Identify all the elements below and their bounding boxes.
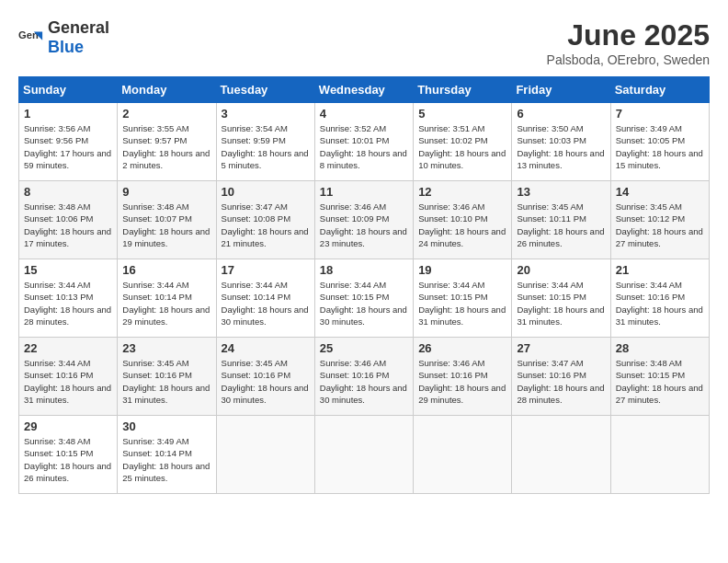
calendar-cell: 18Sunrise: 3:44 AMSunset: 10:15 PMDaylig… (314, 259, 413, 338)
day-number: 24 (222, 341, 310, 355)
title-area: June 2025 Palsboda, OErebro, Sweden (547, 18, 710, 67)
day-number: 26 (418, 341, 506, 355)
day-info: Sunrise: 3:47 AMSunset: 10:08 PMDaylight… (222, 201, 310, 249)
day-number: 12 (418, 185, 506, 199)
calendar-cell: 14Sunrise: 3:45 AMSunset: 10:12 PMDaylig… (610, 181, 709, 259)
header-monday: Monday (118, 77, 216, 103)
day-info: Sunrise: 3:46 AMSunset: 10:10 PMDaylight… (418, 201, 506, 249)
day-number: 13 (517, 185, 605, 199)
calendar-week-5: 29Sunrise: 3:48 AMSunset: 10:15 PMDaylig… (19, 416, 710, 494)
day-info: Sunrise: 3:48 AMSunset: 10:06 PMDaylight… (24, 201, 112, 249)
day-info: Sunrise: 3:48 AMSunset: 10:07 PMDaylight… (122, 201, 210, 249)
day-number: 28 (616, 341, 704, 355)
calendar-body: 1Sunrise: 3:56 AMSunset: 9:56 PMDaylight… (19, 103, 710, 494)
day-number: 4 (320, 107, 408, 121)
calendar-cell: 22Sunrise: 3:44 AMSunset: 10:16 PMDaylig… (19, 338, 118, 416)
day-number: 23 (122, 341, 210, 355)
calendar-cell (512, 416, 610, 494)
day-number: 8 (24, 185, 112, 199)
day-info: Sunrise: 3:56 AMSunset: 9:56 PMDaylight:… (24, 122, 112, 171)
calendar-cell: 28Sunrise: 3:48 AMSunset: 10:15 PMDaylig… (610, 338, 709, 416)
calendar-cell: 19Sunrise: 3:44 AMSunset: 10:15 PMDaylig… (414, 259, 512, 338)
calendar-cell: 3Sunrise: 3:54 AMSunset: 9:59 PMDaylight… (216, 103, 314, 181)
header-wednesday: Wednesday (314, 77, 413, 103)
day-number: 15 (24, 263, 112, 277)
calendar-cell: 2Sunrise: 3:55 AMSunset: 9:57 PMDaylight… (118, 103, 216, 181)
day-info: Sunrise: 3:55 AMSunset: 9:57 PMDaylight:… (122, 122, 210, 171)
calendar-cell: 8Sunrise: 3:48 AMSunset: 10:06 PMDayligh… (19, 181, 118, 259)
calendar-cell: 11Sunrise: 3:46 AMSunset: 10:09 PMDaylig… (314, 181, 413, 259)
day-info: Sunrise: 3:52 AMSunset: 10:01 PMDaylight… (320, 122, 408, 171)
day-info: Sunrise: 3:44 AMSunset: 10:15 PMDaylight… (320, 279, 408, 327)
calendar-cell: 17Sunrise: 3:44 AMSunset: 10:14 PMDaylig… (216, 259, 314, 338)
day-number: 7 (616, 107, 704, 121)
day-number: 27 (517, 341, 605, 355)
calendar-table: Sunday Monday Tuesday Wednesday Thursday… (18, 76, 710, 494)
day-number: 11 (320, 185, 408, 199)
header-friday: Friday (512, 77, 610, 103)
header: Gen General Blue June 2025 Palsboda, OEr… (18, 18, 710, 67)
logo: Gen General Blue (18, 18, 109, 57)
day-info: Sunrise: 3:44 AMSunset: 10:16 PMDaylight… (24, 357, 112, 406)
calendar-cell: 5Sunrise: 3:51 AMSunset: 10:02 PMDayligh… (414, 103, 512, 181)
calendar-week-2: 8Sunrise: 3:48 AMSunset: 10:06 PMDayligh… (19, 181, 710, 259)
day-info: Sunrise: 3:45 AMSunset: 10:11 PMDaylight… (517, 201, 605, 249)
calendar-cell: 10Sunrise: 3:47 AMSunset: 10:08 PMDaylig… (216, 181, 314, 259)
day-info: Sunrise: 3:48 AMSunset: 10:15 PMDaylight… (24, 435, 112, 484)
day-number: 6 (517, 107, 605, 121)
header-thursday: Thursday (414, 77, 512, 103)
calendar-cell: 9Sunrise: 3:48 AMSunset: 10:07 PMDayligh… (118, 181, 216, 259)
day-info: Sunrise: 3:46 AMSunset: 10:16 PMDaylight… (320, 357, 408, 406)
calendar-cell: 15Sunrise: 3:44 AMSunset: 10:13 PMDaylig… (19, 259, 118, 338)
day-info: Sunrise: 3:51 AMSunset: 10:02 PMDaylight… (418, 122, 506, 171)
calendar-title: June 2025 (547, 18, 710, 52)
day-number: 3 (222, 107, 310, 121)
day-number: 16 (122, 263, 210, 277)
calendar-subtitle: Palsboda, OErebro, Sweden (547, 52, 710, 67)
calendar-cell: 7Sunrise: 3:49 AMSunset: 10:05 PMDayligh… (610, 103, 709, 181)
logo-general: General (48, 18, 109, 37)
day-number: 25 (320, 341, 408, 355)
day-number: 18 (320, 263, 408, 277)
calendar-cell: 23Sunrise: 3:45 AMSunset: 10:16 PMDaylig… (118, 338, 216, 416)
day-info: Sunrise: 3:49 AMSunset: 10:05 PMDaylight… (616, 122, 704, 171)
calendar-cell (216, 416, 314, 494)
day-info: Sunrise: 3:45 AMSunset: 10:16 PMDaylight… (122, 357, 210, 406)
day-info: Sunrise: 3:44 AMSunset: 10:15 PMDaylight… (418, 279, 506, 327)
calendar-cell: 4Sunrise: 3:52 AMSunset: 10:01 PMDayligh… (314, 103, 413, 181)
day-info: Sunrise: 3:50 AMSunset: 10:03 PMDaylight… (517, 122, 605, 171)
day-info: Sunrise: 3:44 AMSunset: 10:16 PMDaylight… (616, 279, 704, 327)
logo-icon: Gen (18, 25, 44, 51)
calendar-cell: 20Sunrise: 3:44 AMSunset: 10:15 PMDaylig… (512, 259, 610, 338)
calendar-cell (610, 416, 709, 494)
calendar-cell: 13Sunrise: 3:45 AMSunset: 10:11 PMDaylig… (512, 181, 610, 259)
calendar-cell: 24Sunrise: 3:45 AMSunset: 10:16 PMDaylig… (216, 338, 314, 416)
header-row: Sunday Monday Tuesday Wednesday Thursday… (19, 77, 710, 103)
calendar-cell: 25Sunrise: 3:46 AMSunset: 10:16 PMDaylig… (314, 338, 413, 416)
svg-text:Gen: Gen (18, 29, 39, 40)
day-number: 5 (418, 107, 506, 121)
calendar-week-3: 15Sunrise: 3:44 AMSunset: 10:13 PMDaylig… (19, 259, 710, 338)
day-info: Sunrise: 3:45 AMSunset: 10:12 PMDaylight… (616, 201, 704, 249)
header-tuesday: Tuesday (216, 77, 314, 103)
calendar-cell (314, 416, 413, 494)
calendar-week-4: 22Sunrise: 3:44 AMSunset: 10:16 PMDaylig… (19, 338, 710, 416)
day-info: Sunrise: 3:54 AMSunset: 9:59 PMDaylight:… (222, 122, 310, 171)
day-info: Sunrise: 3:44 AMSunset: 10:14 PMDaylight… (122, 279, 210, 327)
logo-blue: Blue (48, 38, 84, 56)
calendar-week-1: 1Sunrise: 3:56 AMSunset: 9:56 PMDaylight… (19, 103, 710, 181)
day-number: 17 (222, 263, 310, 277)
day-info: Sunrise: 3:48 AMSunset: 10:15 PMDaylight… (616, 357, 704, 406)
day-info: Sunrise: 3:45 AMSunset: 10:16 PMDaylight… (222, 357, 310, 406)
day-number: 19 (418, 263, 506, 277)
header-sunday: Sunday (19, 77, 118, 103)
day-info: Sunrise: 3:47 AMSunset: 10:16 PMDaylight… (517, 357, 605, 406)
calendar-cell: 21Sunrise: 3:44 AMSunset: 10:16 PMDaylig… (610, 259, 709, 338)
day-number: 9 (122, 185, 210, 199)
calendar-cell: 26Sunrise: 3:46 AMSunset: 10:16 PMDaylig… (414, 338, 512, 416)
day-number: 29 (24, 419, 112, 433)
day-number: 10 (222, 185, 310, 199)
calendar-cell: 16Sunrise: 3:44 AMSunset: 10:14 PMDaylig… (118, 259, 216, 338)
calendar-cell: 1Sunrise: 3:56 AMSunset: 9:56 PMDaylight… (19, 103, 118, 181)
day-info: Sunrise: 3:46 AMSunset: 10:16 PMDaylight… (418, 357, 506, 406)
